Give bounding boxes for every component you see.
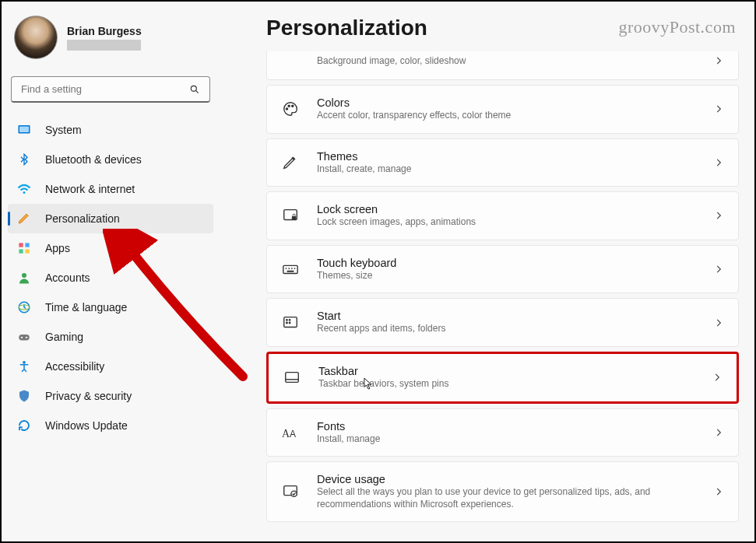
nav-label: Time & language: [45, 301, 127, 314]
gaming-icon: [17, 330, 31, 344]
search-icon: [189, 84, 200, 95]
card-sub: Background image, color, slideshow: [317, 55, 713, 68]
accessibility-icon: [17, 359, 31, 373]
user-email-placeholder: [67, 40, 141, 51]
nav-gaming[interactable]: Gaming: [8, 322, 213, 352]
nav-accessibility[interactable]: Accessibility: [8, 352, 213, 381]
svg-rect-20: [292, 216, 297, 220]
svg-point-31: [289, 322, 290, 323]
user-name: Brian Burgess: [67, 25, 142, 37]
card-title: Lock screen: [317, 203, 713, 215]
nav-accounts[interactable]: Accounts: [8, 263, 213, 293]
nav-label: Privacy & security: [45, 390, 132, 402]
card-sub: Themes, size: [317, 270, 713, 282]
chevron-right-icon: [713, 157, 724, 168]
svg-rect-32: [286, 373, 299, 383]
search-box[interactable]: [11, 76, 210, 103]
svg-point-16: [286, 108, 287, 110]
card-sub: Install, manage: [317, 433, 713, 446]
chevron-right-icon: [713, 264, 724, 275]
card-background-partial[interactable]: Background image, color, slideshow: [266, 51, 739, 80]
personalization-icon: [17, 212, 31, 226]
nav-bluetooth[interactable]: Bluetooth & devices: [8, 145, 213, 174]
svg-rect-3: [19, 127, 29, 133]
nav-label: Apps: [45, 242, 70, 254]
taskbar-icon: [283, 368, 301, 387]
nav-label: Bluetooth & devices: [45, 153, 142, 166]
svg-rect-5: [19, 243, 23, 247]
watermark: groovyPost.com: [618, 17, 736, 37]
card-sub: Recent apps and items, folders: [317, 323, 713, 335]
svg-point-4: [23, 191, 26, 194]
chevron-right-icon: [713, 103, 724, 114]
chevron-right-icon: [713, 210, 724, 221]
card-title: Device usage: [317, 473, 713, 485]
card-start[interactable]: Start Recent apps and items, folders: [266, 298, 739, 347]
card-title: Colors: [317, 96, 713, 109]
svg-point-14: [26, 337, 27, 338]
system-icon: [17, 123, 31, 137]
card-title: Themes: [317, 150, 713, 163]
svg-point-0: [191, 86, 196, 91]
nav-label: Network & internet: [45, 183, 135, 195]
nav-label: Gaming: [45, 331, 83, 343]
lock-screen-icon: [281, 206, 300, 225]
colors-icon: [281, 100, 300, 118]
svg-text:A: A: [290, 429, 296, 440]
svg-rect-21: [283, 265, 297, 273]
card-sub: Taskbar behaviors, system pins: [318, 378, 712, 391]
update-icon: [17, 419, 31, 433]
svg-point-30: [287, 322, 287, 323]
card-lock-screen[interactable]: Lock screen Lock screen images, apps, an…: [266, 191, 739, 240]
svg-rect-7: [19, 249, 23, 253]
themes-icon: [281, 153, 300, 172]
nav-apps[interactable]: Apps: [8, 233, 213, 263]
svg-point-13: [21, 337, 23, 338]
svg-rect-6: [25, 243, 29, 247]
fonts-icon: AA: [281, 423, 300, 442]
accounts-icon: [17, 271, 31, 285]
card-device-usage[interactable]: Device usage Select all the ways you pla…: [266, 461, 739, 522]
bluetooth-icon: [17, 152, 31, 166]
card-title: Touch keyboard: [317, 257, 713, 269]
card-themes[interactable]: Themes Install, create, manage: [266, 138, 739, 187]
card-taskbar[interactable]: Taskbar Taskbar behaviors, system pins: [266, 352, 739, 404]
time-icon: [17, 300, 31, 314]
avatar: [14, 16, 58, 59]
chevron-right-icon: [713, 486, 724, 497]
svg-point-9: [22, 273, 26, 278]
network-icon: [17, 182, 31, 196]
card-colors[interactable]: Colors Accent color, transparency effect…: [266, 85, 739, 134]
nav-list: System Bluetooth & devices Network & int…: [8, 115, 213, 440]
svg-point-29: [289, 319, 290, 320]
chevron-right-icon: [713, 427, 724, 438]
card-title: Start: [317, 310, 713, 322]
device-usage-icon: [281, 482, 300, 501]
main-content: groovyPost.com Personalization Backgroun…: [251, 2, 754, 541]
nav-label: System: [45, 124, 82, 136]
nav-privacy[interactable]: Privacy & security: [8, 381, 213, 411]
apps-icon: [17, 241, 31, 255]
search-input[interactable]: [21, 83, 189, 95]
sidebar: Brian Burgess System Bluetooth & devices…: [2, 2, 220, 541]
nav-network[interactable]: Network & internet: [8, 174, 213, 204]
card-touch-keyboard[interactable]: Touch keyboard Themes, size: [266, 245, 739, 294]
card-title: Fonts: [317, 420, 713, 433]
svg-rect-12: [19, 335, 30, 341]
user-header[interactable]: Brian Burgess: [8, 8, 213, 70]
nav-label: Personalization: [45, 212, 120, 225]
start-icon: [281, 314, 300, 332]
svg-point-17: [288, 106, 290, 107]
card-sub: Lock screen images, apps, animations: [317, 216, 713, 229]
chevron-right-icon: [713, 317, 724, 328]
card-fonts[interactable]: AA Fonts Install, manage: [266, 408, 739, 457]
privacy-icon: [17, 389, 31, 403]
nav-personalization[interactable]: Personalization: [8, 204, 213, 233]
nav-time-language[interactable]: Time & language: [8, 293, 213, 322]
chevron-right-icon: [712, 372, 723, 383]
card-sub: Select all the ways you plan to use your…: [317, 486, 713, 510]
nav-system[interactable]: System: [8, 115, 213, 145]
card-sub: Install, create, manage: [317, 163, 713, 176]
chevron-right-icon: [713, 55, 724, 66]
nav-windows-update[interactable]: Windows Update: [8, 411, 213, 440]
